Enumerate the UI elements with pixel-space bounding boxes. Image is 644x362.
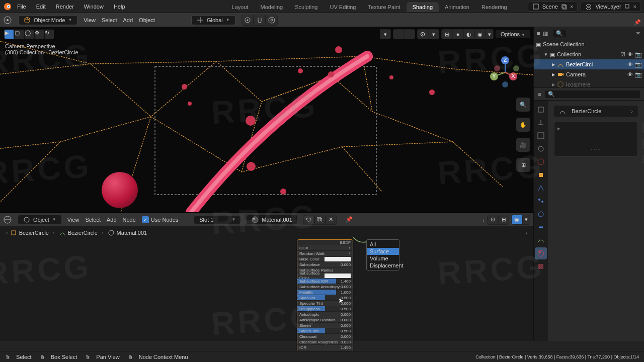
tab-layout[interactable]: Layout: [226, 2, 255, 12]
popup-all[interactable]: All: [367, 241, 399, 248]
bsdf-input-sheen[interactable]: Sheen0.000: [297, 323, 353, 328]
arrow-icon[interactable]: ↓: [482, 217, 486, 223]
chevron-left-icon[interactable]: ‹: [6, 230, 8, 236]
popup-volume[interactable]: Volume: [367, 255, 399, 262]
tab-modeling[interactable]: Modeling: [255, 2, 289, 12]
popup-disp[interactable]: Displacement: [367, 262, 399, 269]
menu-select[interactable]: Select: [102, 17, 117, 23]
use-nodes-checkbox[interactable]: ✓Use Nodes: [142, 216, 178, 223]
tab-texpaint[interactable]: Texture Paint: [362, 2, 406, 12]
select-icon[interactable]: [393, 29, 404, 39]
render-icon[interactable]: 📷: [635, 51, 642, 58]
chevron-down-icon[interactable]: ▾: [522, 215, 530, 225]
camera-view-icon[interactable]: ▾: [380, 29, 391, 39]
menu-node[interactable]: Node: [123, 217, 136, 223]
material-select[interactable]: Material.001: [247, 215, 297, 224]
bsdf-input-specular-tint[interactable]: Specular Tint0.000: [297, 301, 353, 306]
chevron-right-icon[interactable]: ▶: [552, 62, 555, 67]
bsdf-input-anisotropic[interactable]: Anisotropic0.000: [297, 312, 353, 317]
bsdf-input-anisotropic-rotation[interactable]: Anisotropic Rotation0.000: [297, 317, 353, 323]
bsdf-input-subsurface-ior[interactable]: Subsurface IOR1.400: [297, 279, 353, 284]
chevron-right-icon[interactable]: ▸: [557, 125, 560, 132]
tab-particle[interactable]: [535, 195, 547, 207]
menu-select[interactable]: Select: [85, 217, 101, 223]
menu-render[interactable]: Render: [51, 3, 79, 11]
pin-icon[interactable]: 📌: [346, 216, 353, 223]
display-icon[interactable]: ▥: [543, 30, 548, 37]
chevron-right-icon[interactable]: ▶: [552, 82, 555, 87]
props-type-icon[interactable]: ≡: [538, 91, 541, 97]
node-editor[interactable]: Object ▼ View Select Add Node ✓Use Nodes…: [0, 212, 533, 341]
node-principled-bsdf[interactable]: BSDF GGX▾ Random Walk▾ Base ColorSubsurf…: [297, 239, 353, 362]
editor-type-icon[interactable]: [3, 16, 12, 25]
rotate-icon[interactable]: ↻: [44, 29, 54, 39]
render-icon[interactable]: 📷: [635, 61, 642, 68]
bsdf-input-roughness[interactable]: Roughness0.500: [297, 306, 353, 312]
bsdf-input-clearcoat[interactable]: Clearcoat0.000: [297, 334, 353, 339]
tab-texture[interactable]: [535, 260, 547, 273]
outliner-row-bezier[interactable]: ▶ BezierCircl 👁📷: [534, 59, 644, 69]
ball-icon[interactable]: ◉: [511, 215, 522, 225]
shader-type-select[interactable]: Object ▼: [18, 215, 61, 224]
close-icon[interactable]: ×: [633, 4, 636, 10]
outliner-row-camera[interactable]: ▶ Camera 👁📷: [534, 69, 644, 79]
bsdf-input-sheen-tint[interactable]: Sheen Tint0.500: [297, 328, 353, 334]
tab-uv[interactable]: UV Editing: [324, 2, 362, 12]
eye-icon[interactable]: 👁: [627, 61, 633, 68]
tab-render[interactable]: [535, 104, 547, 116]
props-search[interactable]: 🔍: [545, 90, 640, 98]
tab-sculpting[interactable]: Sculpting: [289, 2, 324, 12]
menu-add[interactable]: Add: [123, 17, 133, 23]
tab-modifier[interactable]: [535, 182, 547, 194]
copy-icon[interactable]: [561, 4, 567, 10]
tab-shading[interactable]: Shading: [407, 2, 439, 12]
pivot-icon[interactable]: [242, 15, 254, 26]
menu-edit[interactable]: Edit: [31, 3, 51, 11]
tab-data[interactable]: [535, 234, 547, 246]
bsdf-input-ior[interactable]: IOR1.450: [297, 345, 353, 350]
orientation-select[interactable]: Global ▼: [191, 15, 235, 25]
menu-view[interactable]: View: [84, 17, 96, 23]
bsdf-input-specular[interactable]: Specular0.500: [297, 295, 353, 301]
bsdf-input-metallic[interactable]: Metallic1.000: [297, 290, 353, 295]
crumb-curve[interactable]: BezierCircle: [68, 230, 98, 236]
menu-object[interactable]: Object: [139, 17, 155, 23]
tab-object[interactable]: [535, 169, 547, 181]
bsdf-input-subsurface-anisotropy[interactable]: Subsurface Anisotropy0.000: [297, 284, 353, 290]
proportional-icon[interactable]: [266, 15, 278, 26]
tab-scene[interactable]: [535, 143, 547, 155]
unlink-icon[interactable]: ✕: [326, 215, 337, 225]
gizmo-icon[interactable]: [404, 29, 415, 39]
snap-icon[interactable]: [254, 15, 266, 26]
overlays-icon[interactable]: ⊙: [417, 29, 428, 39]
viewport-3d[interactable]: ▶ ▢ ◯ ✥ ↻ ▾ ⊙ ▾: [0, 27, 533, 212]
bsdf-input-clearcoat-roughness[interactable]: Clearcoat Roughness0.030: [297, 339, 353, 345]
crumb-material[interactable]: Material.001: [117, 230, 147, 236]
chevron-right-icon[interactable]: ▶: [552, 72, 555, 77]
editor-type-icon[interactable]: [3, 215, 12, 224]
menu-view[interactable]: View: [67, 217, 79, 223]
bsdf-input-subsurface[interactable]: Subsurface0.000: [297, 262, 353, 267]
tab-world[interactable]: [535, 156, 547, 168]
close-icon[interactable]: ×: [570, 4, 573, 10]
menu-add[interactable]: Add: [107, 217, 117, 223]
scene-chip[interactable]: Scene ×: [528, 2, 578, 12]
bsdf-sub-method[interactable]: Random Walk: [299, 251, 349, 256]
eye-icon[interactable]: 👁: [627, 71, 633, 78]
pin-icon[interactable]: 📌: [634, 19, 641, 26]
tab-viewlayer[interactable]: [535, 130, 547, 142]
tab-rend[interactable]: Rendering: [475, 2, 513, 12]
bsdf-input-subsurface-color[interactable]: Subsurface Color: [297, 273, 353, 279]
menu-help[interactable]: Help: [109, 3, 130, 11]
eye-icon[interactable]: 👁: [627, 51, 633, 58]
filter-icon[interactable]: ⏷: [635, 30, 641, 36]
menu-window[interactable]: Window: [79, 3, 109, 11]
checkbox-icon[interactable]: ☑: [620, 51, 625, 58]
material-list[interactable]: ▸ :::: + − ▼: [554, 122, 638, 157]
move-icon[interactable]: ✥: [34, 29, 44, 39]
chevron-down-icon[interactable]: ▼: [544, 52, 548, 57]
slot-select[interactable]: Slot 1▼: [194, 216, 240, 224]
tab-anim[interactable]: Animation: [439, 2, 475, 12]
shading-dropdown-icon[interactable]: ▾: [486, 29, 494, 39]
shield-icon[interactable]: 🛡: [303, 215, 314, 225]
